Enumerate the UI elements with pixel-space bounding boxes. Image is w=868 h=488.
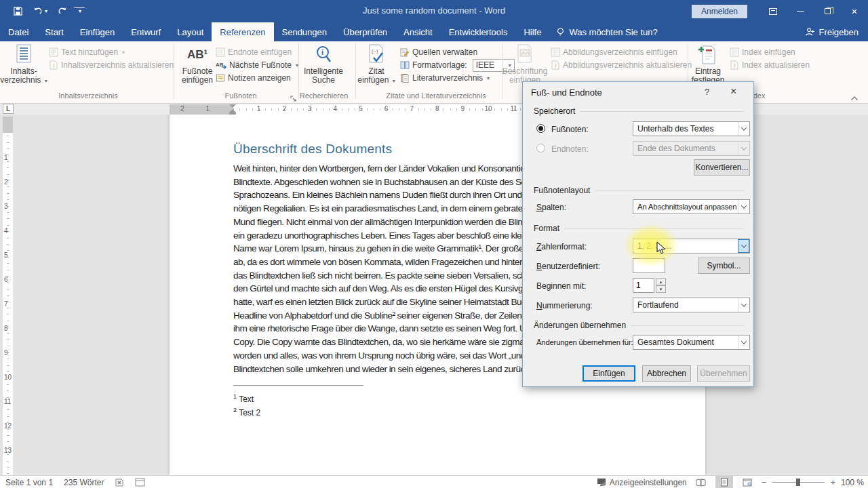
first-line-indent-marker[interactable]	[229, 104, 236, 108]
tab-hilfe[interactable]: Hilfe	[515, 22, 549, 41]
start-at-spinner[interactable]: ▲ ▼	[656, 278, 666, 293]
start-at-input[interactable]	[633, 278, 654, 293]
manage-sources-button[interactable]: Quellen verwalten	[400, 46, 477, 58]
bibliography-button[interactable]: Literaturverzeichnis▾	[400, 72, 490, 84]
footnote-location-dropdown[interactable]: Unterhalb des Textes	[633, 121, 750, 136]
word-count-indicator[interactable]: 235 Wörter	[64, 478, 104, 487]
mark-entry-button[interactable]: Eintragfestlegen	[690, 44, 726, 85]
endnotes-radio-label[interactable]: Endnoten:	[551, 144, 589, 154]
apply-button[interactable]: Übernehmen	[697, 365, 750, 382]
show-notes-button[interactable]: Notizen anzeigen	[216, 72, 291, 84]
zoom-slider-thumb[interactable]	[796, 479, 800, 486]
tab-ansicht[interactable]: Ansicht	[395, 22, 441, 41]
page-number-indicator[interactable]: Seite 1 von 1	[5, 478, 53, 487]
citation-style-combo[interactable]: Formatvorlage: IEEE▾	[400, 59, 515, 71]
share-button[interactable]: Freigeben	[805, 22, 859, 41]
display-settings-button[interactable]: Anzeigeeinstellungen	[597, 478, 687, 487]
chevron-down-icon[interactable]	[738, 142, 749, 155]
zoom-out-icon[interactable]: −	[762, 477, 767, 487]
endnotes-radio[interactable]	[536, 144, 545, 152]
chevron-down-icon[interactable]	[738, 239, 749, 253]
ruler-margin-zone	[170, 104, 233, 115]
numbering-label: Nummerierung:	[536, 301, 593, 310]
tab-ueberpruefen[interactable]: Überprüfen	[335, 22, 395, 41]
minimize-icon[interactable]	[787, 0, 814, 22]
insert-button[interactable]: Einfügen	[583, 365, 635, 382]
numbering-dropdown[interactable]: Fortlaufend	[633, 298, 750, 312]
restore-icon[interactable]	[814, 0, 841, 22]
print-layout-view-icon[interactable]	[715, 476, 733, 488]
vertical-ruler-margin-zone	[3, 117, 13, 133]
tab-start[interactable]: Start	[37, 22, 71, 41]
ruler-number: 7	[4, 300, 8, 308]
chevron-down-icon[interactable]	[738, 298, 749, 312]
tab-datei[interactable]: Datei	[0, 22, 37, 41]
dialog-close-icon[interactable]: ×	[730, 85, 736, 98]
update-figures-table-button[interactable]: ! Abbildungsverzeichnis aktualisieren	[551, 59, 692, 71]
insert-endnote-button[interactable]: Endnote einfügen	[216, 46, 292, 58]
zoom-slider[interactable]	[772, 476, 825, 488]
spin-up-icon[interactable]: ▲	[656, 278, 666, 285]
spin-down-icon[interactable]: ▼	[656, 285, 666, 293]
macro-icon[interactable]	[135, 478, 145, 487]
proofing-errors-icon[interactable]	[115, 478, 124, 487]
toc-button[interactable]: Inhalts-verzeichnis ▾	[4, 44, 43, 85]
next-footnote-button[interactable]: AB Nächste Fußnote▾	[216, 59, 298, 71]
chevron-down-icon[interactable]	[738, 336, 749, 349]
tab-entwicklertools[interactable]: Entwicklertools	[441, 22, 516, 41]
tab-entwurf[interactable]: Entwurf	[123, 22, 169, 41]
tab-referenzen[interactable]: Referenzen	[212, 22, 273, 41]
custom-mark-input[interactable]	[633, 258, 665, 273]
symbol-button[interactable]: Symbol...	[698, 258, 750, 274]
vertical-ruler[interactable]: 12345678910111213	[3, 117, 13, 475]
dialog-title-bar[interactable]: Fuß- und Endnote ? ×	[523, 82, 753, 102]
update-index-icon: !	[730, 60, 739, 70]
endnote-location-dropdown[interactable]: Ende des Dokuments	[633, 141, 750, 156]
footnotes-radio[interactable]	[536, 124, 545, 133]
number-format-label: Zahlenformat:	[536, 242, 587, 251]
add-text-button[interactable]: Text hinzufügen▾	[49, 46, 125, 58]
toc-icon	[14, 44, 34, 66]
footnotes-radio-label[interactable]: Fußnoten:	[551, 125, 589, 134]
add-text-icon	[49, 47, 58, 57]
tell-me-box[interactable]: Was möchten Sie tun?	[549, 22, 664, 41]
save-icon[interactable]	[9, 5, 26, 18]
columns-dropdown[interactable]: An Abschnittslayout anpassen	[633, 199, 750, 214]
undo-dropdown-icon[interactable]: ▾	[45, 8, 47, 14]
tab-einfuegen[interactable]: Einfügen	[72, 22, 123, 41]
chevron-down-icon[interactable]	[738, 122, 749, 136]
ruler-number: 2	[4, 178, 8, 186]
insert-index-button[interactable]: Index einfügen	[730, 46, 795, 58]
undo-icon[interactable]: ▾	[29, 5, 51, 18]
tab-layout[interactable]: Layout	[169, 22, 212, 41]
tab-stop-selector[interactable]: L	[3, 104, 14, 114]
svg-text:!: !	[53, 62, 55, 69]
insert-figures-table-button[interactable]: Abbildungsverzeichnis einfügen	[551, 46, 677, 58]
footnote-text: Test 2	[239, 408, 260, 418]
convert-button[interactable]: Konvertieren...	[694, 159, 750, 176]
collapse-ribbon-icon[interactable]	[850, 92, 859, 104]
read-mode-view-icon[interactable]	[692, 476, 710, 488]
tab-sendungen[interactable]: Sendungen	[274, 22, 336, 41]
insert-footnote-button[interactable]: AB¹ Fußnoteeinfügen	[178, 44, 217, 85]
close-icon[interactable]: ×	[841, 0, 868, 22]
ribbon-display-options-icon[interactable]	[760, 0, 787, 22]
apply-to-dropdown[interactable]: Gesamtes Dokument	[633, 335, 750, 350]
web-layout-view-icon[interactable]	[738, 476, 756, 488]
insert-caption-button[interactable]: Beschriftungeinfügen	[505, 44, 545, 85]
zoom-in-icon[interactable]: +	[830, 477, 835, 487]
cancel-button[interactable]: Abbrechen	[642, 365, 691, 382]
dialog-help-icon[interactable]: ?	[705, 87, 709, 97]
redo-icon[interactable]	[54, 5, 71, 18]
customize-qat-icon[interactable]: ▾	[74, 7, 85, 16]
ruler-number: 9	[4, 349, 8, 357]
smart-lookup-button[interactable]: i IntelligenteSuche	[302, 44, 344, 85]
person-plus-icon	[805, 27, 815, 37]
zoom-level[interactable]: 100 %	[841, 478, 864, 487]
signin-button[interactable]: Anmelden	[692, 5, 747, 18]
insert-citation-button[interactable]: (–) Zitateinfügen ▾	[358, 44, 395, 85]
update-toc-button[interactable]: ! Inhaltsverzeichnis aktualisieren	[49, 59, 174, 71]
chevron-down-icon[interactable]	[738, 200, 749, 214]
number-format-dropdown[interactable]: 1, 2, 3, ...	[633, 239, 750, 253]
update-index-button[interactable]: ! Index aktualisieren	[730, 59, 810, 71]
